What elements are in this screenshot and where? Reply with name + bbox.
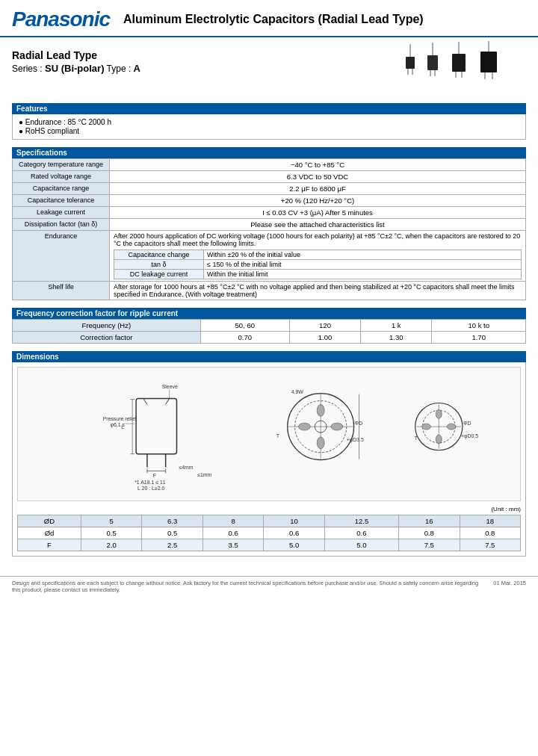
dim-f-125: 5.0 xyxy=(324,539,398,551)
svg-text:ΦD: ΦD xyxy=(463,421,471,426)
svg-text:ΦD: ΦD xyxy=(355,421,363,426)
spec-label-leakage: Leakage current xyxy=(13,207,110,219)
spec-row-capacitance: Capacitance range 2.2 μF to 6800 μF xyxy=(13,183,526,195)
dim-od-5: 0.5 xyxy=(81,527,141,539)
freq-corr-4: 1.70 xyxy=(432,332,526,344)
dim-f-5: 2.0 xyxy=(81,539,141,551)
endurance-row-tan: tan δ ≤ 150 % of the initial limit xyxy=(114,260,522,270)
svg-rect-5 xyxy=(427,55,438,70)
svg-rect-13 xyxy=(480,52,497,72)
spec-row-category: Category temperature range −40 °C to +85… xyxy=(13,159,526,171)
page-header: Panasonic Aluminum Electrolytic Capacito… xyxy=(0,0,538,37)
dim-f-16: 7.5 xyxy=(399,539,460,551)
endurance-value-dc: Within the initial limit xyxy=(204,270,522,279)
spec-value-endurance: After 2000 hours application of DC worki… xyxy=(110,231,526,282)
endurance-row-capacitance: Capacitance change Within ±20 % of the i… xyxy=(114,250,522,260)
dim-header-od: ØD xyxy=(18,515,81,527)
svg-rect-1 xyxy=(406,57,415,69)
svg-text:F: F xyxy=(153,473,156,478)
spec-value-tolerance: +20 % (120 Hz/+20 °C) xyxy=(110,195,526,207)
footer-disclaimer: Design and specifications are each subje… xyxy=(12,580,493,593)
dimensions-drawing: Sleeve Pressure relief φ6.1 s F xyxy=(17,367,521,501)
dim-header-10: 10 xyxy=(264,515,324,527)
series-prefix: Series : xyxy=(12,63,45,74)
features-box: ● Endurance : 85 °C 2000 h ● RoHS compli… xyxy=(12,114,526,140)
dim-f-10: 5.0 xyxy=(264,539,324,551)
svg-point-44 xyxy=(317,404,324,416)
dim-od-18: 0.8 xyxy=(460,527,520,539)
capacitor-svg xyxy=(395,40,522,93)
freq-val-1: 50, 60 xyxy=(200,320,289,332)
freq-val-3: 1 k xyxy=(361,320,432,332)
page-footer: Design and specifications are each subje… xyxy=(0,576,538,596)
freq-val-4: 10 k to xyxy=(432,320,526,332)
spec-label-shelf: Shelf life xyxy=(13,282,110,300)
dim-header-18: 18 xyxy=(460,515,520,527)
svg-rect-18 xyxy=(136,399,176,454)
dim-header-63: 6.3 xyxy=(142,515,202,527)
spec-value-category: −40 °C to +85 °C xyxy=(110,159,526,171)
svg-text:Pressure relief: Pressure relief xyxy=(103,416,137,421)
dim-header-125: 12.5 xyxy=(324,515,398,527)
frequency-table: Frequency (Hz) 50, 60 120 1 k 10 k to Co… xyxy=(12,319,526,344)
dim-f-63: 2.5 xyxy=(142,539,202,551)
spec-row-endurance: Endurance After 2000 hours application o… xyxy=(13,231,526,282)
page-title: Aluminum Electrolytic Capacitors (Radial… xyxy=(123,13,424,26)
endurance-value-tan: ≤ 150 % of the initial limit xyxy=(204,260,522,270)
spec-value-shelf: After storage for 1000 hours at +85 °C±2… xyxy=(110,282,526,300)
endurance-subtable: Capacitance change Within ±20 % of the i… xyxy=(114,250,522,279)
endurance-label-tan: tan δ xyxy=(114,260,204,270)
svg-text:*1 A18.1 ≤ 11: *1 A18.1 ≤ 11 xyxy=(134,480,166,485)
svg-line-19 xyxy=(143,399,147,405)
frequency-header: Frequency correction factor for ripple c… xyxy=(12,308,526,319)
product-header-row: Radial Lead Type Series : SU (Bi-polar) … xyxy=(12,43,526,96)
spec-label-dissipation: Dissipation factor (tan δ) xyxy=(13,219,110,231)
svg-text:+φD0.5: +φD0.5 xyxy=(461,433,478,439)
svg-text:≤4mm: ≤4mm xyxy=(179,465,193,470)
page-content: Radial Lead Type Series : SU (Bi-polar) … xyxy=(0,37,538,568)
dim-label-f: F xyxy=(18,539,81,551)
svg-text:≤1mm: ≤1mm xyxy=(197,472,211,477)
svg-point-59 xyxy=(447,424,456,430)
svg-text:T: T xyxy=(276,433,280,439)
spec-value-capacitance: 2.2 μF to 6800 μF xyxy=(110,183,526,195)
dim-od-10: 0.6 xyxy=(264,527,324,539)
specifications-table: Category temperature range −40 °C to +85… xyxy=(12,158,526,300)
endurance-row-dc: DC leakage current Within the initial li… xyxy=(114,270,522,279)
svg-line-20 xyxy=(166,399,170,405)
svg-text:L 20 : L≥2.0: L 20 : L≥2.0 xyxy=(137,486,164,491)
dim-label-od: Ød xyxy=(18,527,81,539)
dim-od-125: 0.6 xyxy=(324,527,398,539)
spec-row-tolerance: Capacitance tolerance +20 % (120 Hz/+20 … xyxy=(13,195,526,207)
dim-header-5: 5 xyxy=(81,515,141,527)
features-header: Features xyxy=(12,103,526,114)
svg-point-56 xyxy=(436,409,442,418)
dim-data-row-1: Ød 0.5 0.5 0.6 0.6 0.6 0.8 0.8 xyxy=(18,527,521,539)
svg-text:4.9W: 4.9W xyxy=(291,389,304,394)
svg-point-46 xyxy=(299,423,311,430)
endurance-intro: After 2000 hours application of DC worki… xyxy=(114,232,522,247)
endurance-label-cap: Capacitance change xyxy=(114,250,204,260)
spec-label-capacitance: Capacitance range xyxy=(13,183,110,195)
svg-point-45 xyxy=(317,437,324,449)
dim-od-63: 0.5 xyxy=(142,527,202,539)
svg-point-47 xyxy=(331,423,343,430)
spec-label-voltage: Rated voltage range xyxy=(13,171,110,183)
svg-text:+φD3.5: +φD3.5 xyxy=(347,437,364,443)
freq-corr-2: 1.00 xyxy=(289,332,360,344)
brand-logo: Panasonic xyxy=(12,7,110,31)
dim-header-16: 16 xyxy=(399,515,460,527)
svg-text:L: L xyxy=(121,424,124,430)
dim-od-16: 0.8 xyxy=(399,527,460,539)
freq-val-2: 120 xyxy=(289,320,360,332)
spec-label-tolerance: Capacitance tolerance xyxy=(13,195,110,207)
specifications-header: Specifications xyxy=(12,147,526,158)
dimensions-box: Sleeve Pressure relief φ6.1 s F xyxy=(12,362,526,557)
svg-text:Sleeve: Sleeve xyxy=(162,384,178,389)
freq-corr-3: 1.30 xyxy=(361,332,432,344)
spec-row-dissipation: Dissipation factor (tan δ) Please see th… xyxy=(13,219,526,231)
endurance-label-dc: DC leakage current xyxy=(114,270,204,279)
spec-value-dissipation: Please see the attached characteristics … xyxy=(110,219,526,231)
type-prefix: Type : xyxy=(104,63,133,74)
unit-note: (Unit : mm) xyxy=(17,506,521,512)
